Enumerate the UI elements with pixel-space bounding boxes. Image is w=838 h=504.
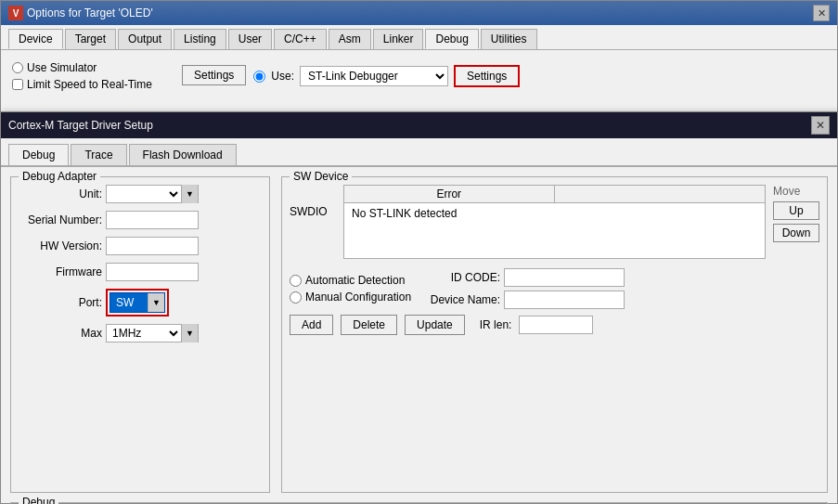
use-simulator-label: Use Simulator: [27, 61, 97, 74]
port-field: Port: SW ▼: [19, 289, 262, 317]
cortex-title: Cortex-M Target Driver Setup: [8, 119, 153, 132]
automatic-detection-label: Automatic Detection: [305, 274, 405, 287]
use-label-row: Use: ST-Link Debugger Settings: [253, 65, 520, 87]
use-radio[interactable]: [253, 71, 265, 83]
firmware-label: Firmware: [19, 265, 102, 278]
options-title: Options for Target 'OLED': [27, 6, 153, 19]
cortex-close-button[interactable]: ✕: [811, 116, 830, 135]
sw-device-section: SW Device SWDIO Error No ST-LINK detecte…: [281, 176, 828, 493]
cortex-tab-debug[interactable]: Debug: [8, 144, 69, 165]
sw-device-legend: SW Device: [290, 170, 352, 183]
cortex-body: Debug Adapter Unit: ▼ Serial Number: HW …: [1, 167, 837, 502]
manual-config-radio[interactable]: [290, 291, 302, 304]
hw-version-label: HW Version:: [19, 239, 102, 252]
id-code-col: ID CODE: Device Name:: [426, 268, 625, 309]
port-select-wrap: SW ▼: [110, 292, 165, 313]
max-label: Max: [19, 327, 102, 340]
up-button[interactable]: Up: [773, 201, 819, 220]
serial-input[interactable]: [106, 211, 199, 229]
move-buttons: Move Up Down: [773, 185, 819, 259]
options-tabs: Device Target Output Listing User C/C++ …: [1, 25, 837, 50]
tab-cpp[interactable]: C/C++: [274, 29, 327, 49]
tab-listing[interactable]: Listing: [174, 29, 226, 49]
unit-select[interactable]: [107, 186, 181, 202]
tab-debug[interactable]: Debug: [425, 29, 478, 49]
manual-config-label: Manual Configuration: [305, 291, 411, 304]
tab-utilities[interactable]: Utilities: [481, 29, 537, 49]
debug-adapter-legend: Debug Adapter: [19, 170, 100, 183]
delete-button[interactable]: Delete: [341, 315, 397, 335]
settings-button-left[interactable]: Settings: [182, 65, 246, 85]
max-select[interactable]: 1MHz: [107, 325, 181, 342]
limit-speed-row: Limit Speed to Real-Time: [12, 78, 152, 91]
cortex-tabs: Debug Trace Flash Download: [1, 138, 837, 167]
down-button[interactable]: Down: [773, 224, 819, 242]
sw-table-area: SWDIO Error No ST-LINK detected Move Up …: [290, 185, 819, 259]
sw-device-table: Error No ST-LINK detected: [343, 185, 766, 259]
move-label: Move: [773, 185, 819, 198]
options-title-left: V Options for Target 'OLED': [8, 6, 153, 20]
max-dropdown-arrow[interactable]: ▼: [181, 324, 198, 342]
unit-dropdown-arrow[interactable]: ▼: [181, 185, 198, 203]
keil-icon: V: [8, 6, 23, 20]
id-code-field: ID CODE:: [426, 268, 625, 287]
bottom-debug-legend: Debug: [19, 496, 58, 504]
device-name-input[interactable]: [504, 291, 625, 309]
hw-version-input[interactable]: [106, 237, 199, 255]
cortex-tab-trace[interactable]: Trace: [71, 144, 126, 165]
detection-col: Automatic Detection Manual Configuration: [290, 274, 411, 304]
tab-user[interactable]: User: [228, 29, 272, 49]
tab-linker[interactable]: Linker: [373, 29, 424, 49]
cortex-titlebar: Cortex-M Target Driver Setup ✕: [1, 112, 837, 138]
max-select-wrap: 1MHz ▼: [106, 324, 199, 342]
tab-output[interactable]: Output: [118, 29, 172, 49]
device-name-label: Device Name:: [426, 293, 500, 306]
sw-table-row: No ST-LINK detected: [344, 203, 765, 224]
use-simulator-row: Use Simulator: [12, 61, 152, 74]
cortex-tab-flash[interactable]: Flash Download: [129, 144, 237, 165]
automatic-detection-row: Automatic Detection: [290, 274, 411, 287]
options-body: Use Simulator Limit Speed to Real-Time S…: [1, 50, 837, 102]
unit-field: Unit: ▼: [19, 185, 262, 203]
device-name-field: Device Name:: [426, 291, 625, 309]
ir-len-label: IR len:: [480, 318, 512, 331]
tab-target[interactable]: Target: [65, 29, 116, 49]
sw-header-empty: [555, 186, 766, 202]
use-simulator-radio[interactable]: [12, 62, 23, 73]
detection-row: Automatic Detection Manual Configuration…: [290, 268, 819, 309]
serial-label: Serial Number:: [19, 213, 102, 226]
debugger-select[interactable]: ST-Link Debugger: [300, 66, 448, 86]
automatic-detection-radio[interactable]: [290, 275, 302, 287]
settings-button-right[interactable]: Settings: [454, 65, 520, 87]
id-code-input[interactable]: [504, 268, 625, 287]
action-buttons: Add Delete Update IR len:: [290, 315, 819, 335]
cortex-window: Cortex-M Target Driver Setup ✕ Debug Tra…: [0, 111, 838, 504]
sw-header-error: Error: [344, 186, 555, 202]
serial-field: Serial Number:: [19, 211, 262, 229]
ir-len-input[interactable]: [519, 316, 593, 334]
debug-adapter-section: Debug Adapter Unit: ▼ Serial Number: HW …: [10, 176, 270, 493]
max-field: Max 1MHz ▼: [19, 324, 262, 342]
options-close-button[interactable]: ✕: [813, 5, 830, 21]
id-code-label: ID CODE:: [426, 271, 500, 284]
add-button[interactable]: Add: [290, 315, 333, 335]
options-titlebar: V Options for Target 'OLED' ✕: [1, 1, 837, 25]
limit-speed-label: Limit Speed to Real-Time: [27, 78, 152, 91]
limit-speed-checkbox[interactable]: [12, 79, 23, 90]
port-highlighted-box: SW ▼: [106, 289, 169, 317]
update-button[interactable]: Update: [405, 315, 465, 335]
tab-asm[interactable]: Asm: [329, 29, 371, 49]
firmware-input[interactable]: [106, 263, 199, 281]
sw-error-message: No ST-LINK detected: [352, 207, 757, 220]
use-text: Use:: [271, 70, 294, 83]
hw-version-field: HW Version:: [19, 237, 262, 255]
unit-label: Unit:: [19, 187, 102, 200]
tab-device[interactable]: Device: [8, 29, 63, 49]
swdio-label: SWDIO: [290, 185, 336, 259]
debug-options-row: Use Simulator Limit Speed to Real-Time S…: [12, 58, 826, 95]
manual-config-row: Manual Configuration: [290, 291, 411, 304]
port-dropdown-arrow[interactable]: ▼: [148, 293, 164, 312]
port-value: SW: [110, 295, 148, 310]
firmware-field: Firmware: [19, 263, 262, 281]
sw-table-header: Error: [344, 186, 765, 203]
